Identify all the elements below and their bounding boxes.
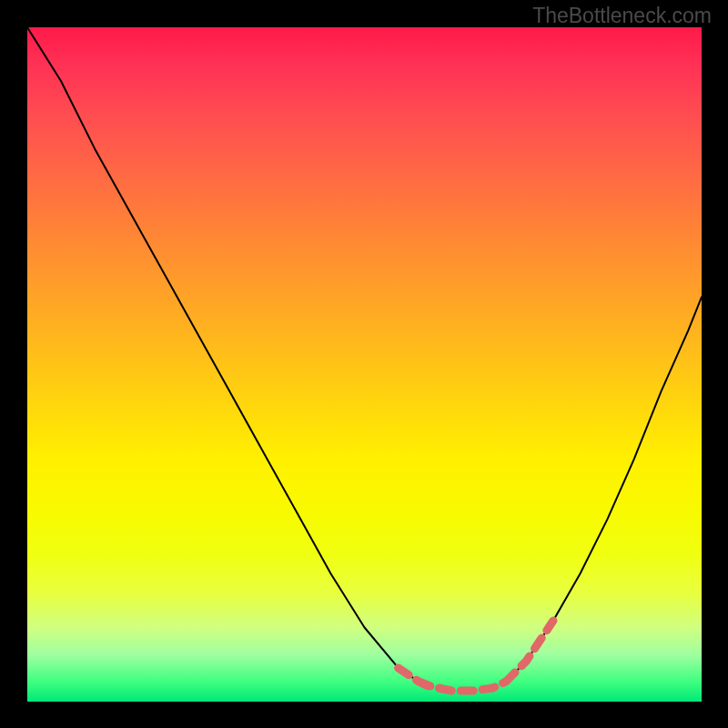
chart-curves xyxy=(27,27,702,702)
watermark-text: TheBottleneck.com xyxy=(532,4,712,28)
